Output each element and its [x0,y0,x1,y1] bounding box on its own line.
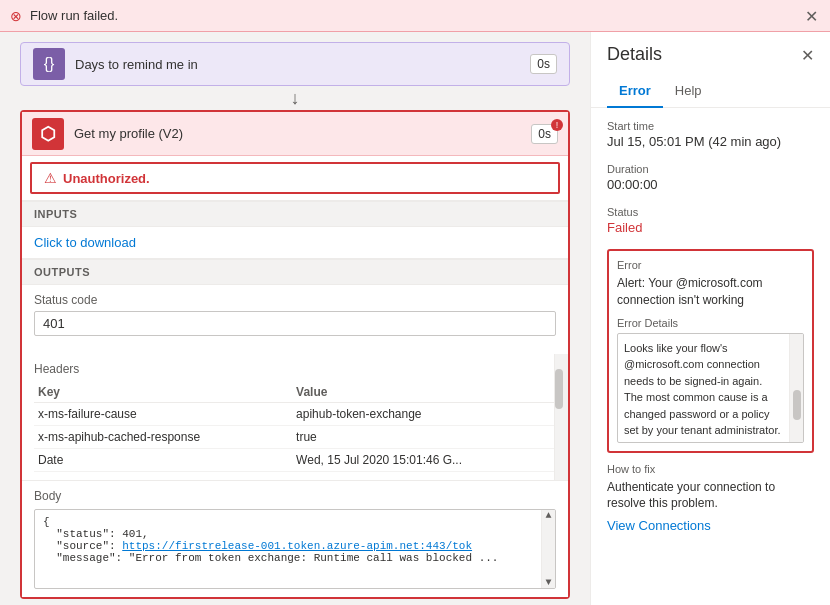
body-scroll-arrows: ▲ ▼ [542,510,555,588]
status-row: Status Failed [607,206,814,235]
error-details-text: Looks like your flow's @microsoft.com co… [618,334,803,442]
tab-error[interactable]: Error [607,77,663,108]
status-code-label: Status code [34,293,556,307]
step-days-duration: 0s [530,54,557,74]
step-profile-icon-box: ⬡ [32,118,64,150]
headers-section: Headers Key Value x-ms-failure-causeapih… [22,354,568,480]
banner-close-icon[interactable]: ✕ [805,6,818,25]
start-time-row: Start time Jul 15, 05:01 PM (42 min ago) [607,120,814,149]
body-code-box: { "status": 401, "source": https://first… [34,509,556,589]
unauthorized-banner: ⚠ Unauthorized. [30,162,560,194]
duration-row: Duration 00:00:00 [607,163,814,192]
connector-arrow: ↓ [20,86,570,110]
headers-table: Key Value x-ms-failure-causeapihub-token… [34,382,556,472]
step-days-icon-box: {} [33,48,65,80]
status-code-group: Status code 401 [34,293,556,336]
headers-col-value: Value [292,382,556,403]
body-line-1: { [43,516,547,528]
headers-scrollbar[interactable] [554,354,568,480]
details-close-icon[interactable]: ✕ [801,46,814,65]
table-row: x-ms-apihub-cached-responsetrue [34,426,556,449]
headers-label: Headers [34,362,556,376]
inputs-section: INPUTS Click to download [22,200,568,258]
scroll-up-arrow[interactable]: ▲ [545,510,551,521]
how-to-fix-section: How to fix Authenticate your connection … [607,463,814,534]
view-connections-link[interactable]: View Connections [607,518,711,533]
how-to-fix-text: Authenticate your connection to resolve … [607,479,814,513]
warning-icon: ⚠ [44,170,57,186]
headers-col-key: Key [34,382,292,403]
outputs-header: OUTPUTS [22,259,568,285]
step-profile-duration: 0s ! [531,124,558,144]
scroll-down-arrow[interactable]: ▼ [545,577,551,588]
details-body: Start time Jul 15, 05:01 PM (42 min ago)… [591,108,830,605]
details-header: Details ✕ [591,32,830,65]
error-banner: ⊗ Flow run failed. ✕ [0,0,830,32]
body-line-4: "message": "Error from token exchange: R… [43,552,547,564]
status-label: Status [607,206,814,218]
flow-canvas: {} Days to remind me in 0s ↓ ⬡ Get my pr… [0,32,590,605]
body-section: Body { "status": 401, "source": https://… [22,480,568,597]
error-section-box: Error Alert: Your @microsoft.com connect… [607,249,814,453]
body-label: Body [34,489,556,503]
error-details-label: Error Details [617,317,804,329]
error-alert-text: Alert: Your @microsoft.com connection is… [617,275,804,309]
details-tabs: Error Help [591,69,830,108]
step-days-label: Days to remind me in [75,57,530,72]
outputs-content: Status code 401 [22,285,568,354]
body-scrollbar[interactable]: ▲ ▼ [541,510,555,588]
start-time-value: Jul 15, 05:01 PM (42 min ago) [607,134,814,149]
step-days-icon: {} [44,55,55,73]
status-code-value: 401 [34,311,556,336]
inputs-header: INPUTS [22,201,568,227]
inputs-content: Click to download [22,227,568,258]
error-details-scrollbar[interactable] [789,334,803,442]
header-value-cell: true [292,426,556,449]
header-key-cell: x-ms-failure-cause [34,403,292,426]
step-profile-header[interactable]: ⬡ Get my profile (V2) 0s ! [22,112,568,156]
step-days[interactable]: {} Days to remind me in 0s [20,42,570,86]
error-icon: ⊗ [10,8,22,24]
header-value-cell: Wed, 15 Jul 2020 15:01:46 G... [292,449,556,472]
details-panel: Details ✕ Error Help Start time Jul 15, … [590,32,830,605]
main-layout: {} Days to remind me in 0s ↓ ⬡ Get my pr… [0,32,830,605]
banner-text: Flow run failed. [30,8,118,23]
duration-value: 00:00:00 [607,177,814,192]
outputs-section: OUTPUTS Status code 401 Headers Key [22,258,568,597]
step-profile-label: Get my profile (V2) [74,126,531,141]
duration-label: Duration [607,163,814,175]
error-details-box: Looks like your flow's @microsoft.com co… [617,333,804,443]
unauthorized-text: Unauthorized. [63,171,150,186]
click-to-download-link[interactable]: Click to download [34,235,136,250]
body-line-2: "status": 401, [43,528,547,540]
table-row: DateWed, 15 Jul 2020 15:01:46 G... [34,449,556,472]
body-line-3: "source": https://firstrelease-001.token… [43,540,547,552]
status-value: Failed [607,220,814,235]
office-icon: ⬡ [40,123,56,145]
tab-help[interactable]: Help [663,77,714,108]
error-dot-badge: ! [551,119,563,131]
table-row: x-ms-failure-causeapihub-token-exchange [34,403,556,426]
how-to-fix-label: How to fix [607,463,814,475]
start-time-label: Start time [607,120,814,132]
header-key-cell: x-ms-apihub-cached-response [34,426,292,449]
details-title: Details [607,44,662,65]
header-key-cell: Date [34,449,292,472]
error-section-label: Error [617,259,804,271]
step-profile-container: ⬡ Get my profile (V2) 0s ! ⚠ Unauthorize… [20,110,570,599]
header-value-cell: apihub-token-exchange [292,403,556,426]
